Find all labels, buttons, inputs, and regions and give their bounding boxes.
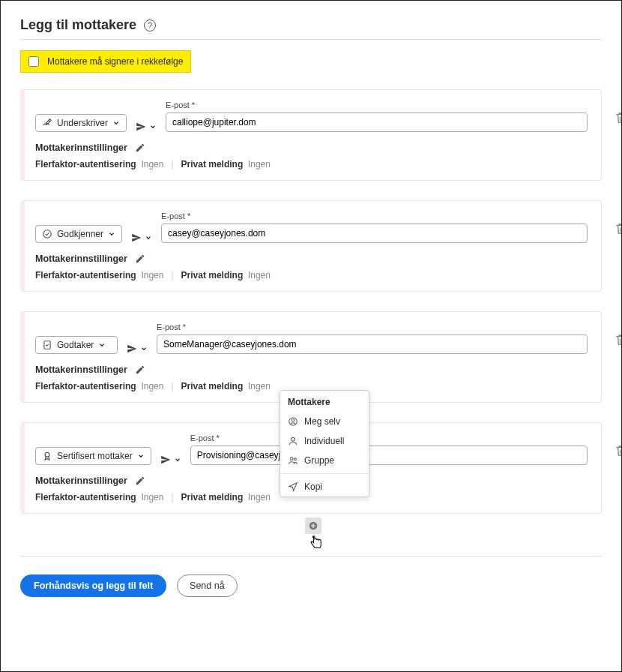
sign-order-checkbox-row[interactable]: Mottakere må signere i rekkefølge	[20, 50, 191, 73]
delete-icon[interactable]	[615, 444, 622, 458]
help-icon[interactable]: ?	[144, 20, 156, 32]
pm-label: Privat melding	[181, 270, 244, 280]
paper-plane-icon	[160, 454, 171, 465]
mfa-value: Ingen	[141, 159, 163, 170]
role-label: Underskriver	[57, 118, 108, 128]
pm-label: Privat melding	[181, 381, 244, 392]
divider: |	[171, 492, 173, 502]
svg-point-7	[294, 458, 296, 460]
paper-plane-icon	[136, 122, 146, 132]
chevron-down-icon	[174, 456, 181, 464]
recipient-cards: Underskriver E-post * Mottakerinnstillin…	[20, 89, 602, 514]
pm-value: Ingen	[248, 270, 271, 280]
mfa-value: Ingen	[141, 492, 163, 502]
group-icon	[288, 455, 298, 466]
divider: |	[171, 159, 173, 170]
chevron-down-icon	[140, 345, 148, 352]
preview-button[interactable]: Forhåndsvis og legg til felt	[20, 574, 166, 597]
settings-label: Mottakerinnstillinger	[35, 142, 127, 153]
email-input[interactable]	[190, 446, 588, 465]
divider	[20, 39, 602, 40]
delivery-select[interactable]	[131, 232, 152, 243]
chevron-down-icon	[98, 341, 106, 349]
email-label: E-post *	[161, 212, 588, 220]
svg-point-0	[43, 230, 52, 238]
certified-icon	[42, 451, 52, 461]
edit-icon[interactable]	[135, 254, 145, 264]
chevron-down-icon	[137, 452, 145, 460]
chevron-down-icon	[112, 119, 120, 127]
chevron-down-icon	[108, 230, 115, 238]
delivery-select[interactable]	[127, 344, 148, 354]
pm-label: Privat melding	[181, 159, 244, 170]
menu-item-group[interactable]: Gruppe	[280, 451, 369, 470]
role-select[interactable]: Sertifisert mottaker	[35, 447, 151, 465]
delete-icon[interactable]	[615, 333, 622, 346]
paper-plane-icon	[131, 232, 142, 243]
svg-point-6	[291, 458, 294, 460]
chevron-down-icon	[145, 234, 152, 242]
pm-value: Ingen	[248, 381, 271, 392]
email-input[interactable]	[161, 224, 588, 243]
divider	[280, 473, 369, 474]
menu-item-copy[interactable]: Kopi	[280, 477, 369, 496]
email-input[interactable]	[166, 112, 588, 132]
divider: |	[171, 270, 173, 280]
menu-item-label: Meg selv	[304, 416, 340, 427]
mfa-value: Ingen	[141, 381, 163, 392]
menu-item-individual[interactable]: Individuell	[280, 431, 369, 451]
add-recipient-button[interactable]	[305, 518, 321, 534]
svg-point-5	[292, 437, 295, 441]
email-input[interactable]	[157, 334, 588, 354]
page-title: Legg til mottakere	[20, 17, 136, 33]
delivery-select[interactable]	[160, 454, 181, 465]
email-label: E-post *	[190, 434, 588, 442]
edit-icon[interactable]	[135, 476, 145, 486]
mfa-value: Ingen	[141, 270, 163, 280]
signer-icon	[42, 118, 52, 128]
user-circle-icon	[288, 416, 298, 427]
edit-icon[interactable]	[135, 142, 145, 153]
cursor-hand-icon	[307, 532, 323, 552]
divider	[20, 556, 602, 556]
delivery-select[interactable]	[136, 122, 157, 132]
menu-item-label: Gruppe	[304, 455, 334, 466]
send-outline-icon	[288, 482, 298, 492]
settings-label: Mottakerinnstillinger	[35, 364, 127, 375]
role-select[interactable]: Godkjenner	[35, 225, 122, 243]
user-icon	[288, 436, 298, 446]
svg-point-4	[292, 419, 295, 422]
recipient-card: Godtaker E-post * Mottakerinnstillinger	[20, 311, 602, 403]
role-label: Godtaker	[57, 340, 94, 350]
settings-label: Mottakerinnstillinger	[35, 254, 127, 264]
mfa-label: Flerfaktor-autentisering	[35, 492, 136, 502]
svg-point-2	[45, 452, 49, 457]
role-label: Godkjenner	[57, 229, 103, 239]
mfa-label: Flerfaktor-autentisering	[35, 381, 136, 392]
plus-circle-icon	[308, 520, 318, 531]
menu-item-label: Kopi	[304, 482, 322, 492]
role-select[interactable]: Underskriver	[35, 114, 127, 132]
divider: |	[171, 381, 173, 392]
mfa-label: Flerfaktor-autentisering	[35, 270, 136, 280]
role-label: Sertifisert mottaker	[57, 451, 133, 461]
sign-order-checkbox[interactable]	[28, 56, 39, 67]
role-select[interactable]: Godtaker	[35, 336, 118, 354]
menu-item-myself[interactable]: Meg selv	[280, 412, 369, 431]
edit-icon[interactable]	[135, 364, 145, 375]
acceptor-icon	[42, 340, 52, 350]
delete-icon[interactable]	[615, 222, 622, 236]
recipient-card: Sertifisert mottaker E-post * Mottakerin…	[20, 422, 602, 514]
email-label: E-post *	[157, 322, 588, 332]
pm-value: Ingen	[248, 492, 271, 502]
email-label: E-post *	[166, 100, 588, 110]
chevron-down-icon	[149, 123, 157, 130]
delete-icon[interactable]	[615, 111, 622, 124]
recipient-card: Underskriver E-post * Mottakerinnstillin…	[20, 89, 602, 181]
sign-order-label: Mottakere må signere i rekkefølge	[47, 56, 183, 67]
send-now-button[interactable]: Send nå	[177, 574, 238, 597]
paper-plane-icon	[127, 344, 137, 354]
settings-label: Mottakerinnstillinger	[35, 476, 127, 486]
recipient-card: Godkjenner E-post * Mottakerinnstillinge…	[20, 200, 602, 292]
pm-value: Ingen	[248, 159, 271, 170]
